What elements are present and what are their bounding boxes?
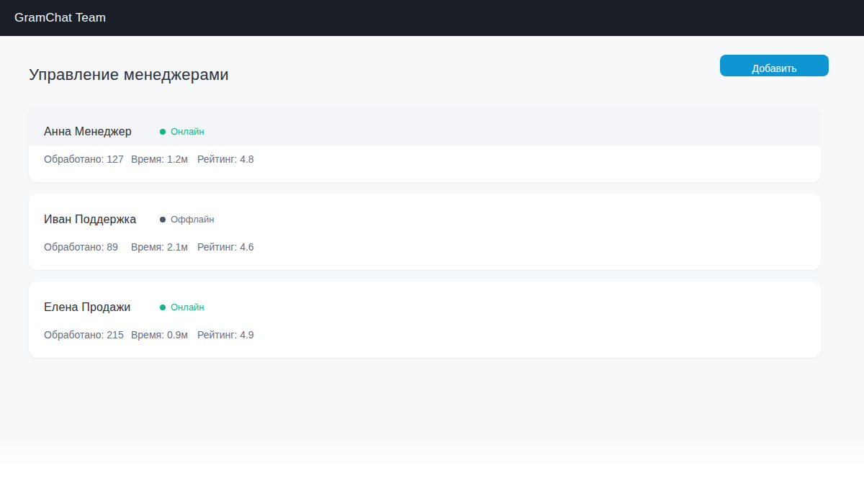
stat-rating: Рейтинг: 4.6 xyxy=(197,240,254,254)
page-header: Управление менеджерами Добавить xyxy=(0,36,864,105)
manager-card-header: Елена Продажи Онлайн xyxy=(29,282,821,322)
page: Управление менеджерами Добавить Анна Мен… xyxy=(0,36,864,504)
stat-time-value: 1.2м xyxy=(167,153,188,165)
stat-processed-label: Обработано: xyxy=(44,329,104,341)
stat-processed: Обработано: 215 xyxy=(44,328,131,342)
stat-rating-label: Рейтинг: xyxy=(197,329,237,341)
stat-rating: Рейтинг: 4.9 xyxy=(197,328,254,342)
manager-stats: Обработано: 89 Время: 2.1м Рейтинг: 4.6 xyxy=(29,234,821,270)
manager-stats: Обработано: 215 Время: 0.9м Рейтинг: 4.9 xyxy=(29,322,821,358)
status-badge: Онлайн xyxy=(160,302,204,313)
stat-time-label: Время: xyxy=(131,329,164,341)
stat-processed-value: 215 xyxy=(107,329,123,341)
status-label: Онлайн xyxy=(171,126,204,138)
stat-time-value: 2.1м xyxy=(167,241,188,253)
manager-card[interactable]: Иван Поддержка Оффлайн Обработано: 89 Вр… xyxy=(29,194,821,270)
stat-time: Время: 0.9м xyxy=(131,328,197,342)
stat-rating-value: 4.6 xyxy=(240,241,253,253)
manager-card-header: Анна Менеджер Онлайн xyxy=(29,106,821,146)
topbar: GramChat Team xyxy=(0,0,864,36)
stat-time-value: 0.9м xyxy=(167,329,188,341)
status-dot-icon xyxy=(160,217,166,222)
stat-processed-label: Обработано: xyxy=(44,241,104,253)
stat-time: Время: 2.1м xyxy=(131,240,197,254)
stat-rating: Рейтинг: 4.8 xyxy=(197,152,254,166)
stat-rating-value: 4.8 xyxy=(240,153,253,165)
manager-list: Анна Менеджер Онлайн Обработано: 127 Вре… xyxy=(0,106,864,358)
manager-name: Анна Менеджер xyxy=(44,125,160,139)
stat-processed: Обработано: 127 xyxy=(44,152,131,166)
status-dot-icon xyxy=(160,129,166,135)
status-badge: Онлайн xyxy=(160,126,204,138)
app-title: GramChat Team xyxy=(14,11,106,25)
stat-time-label: Время: xyxy=(131,153,164,165)
stat-rating-label: Рейтинг: xyxy=(197,241,237,253)
stat-time: Время: 1.2м xyxy=(131,152,197,166)
add-manager-button[interactable]: Добавить xyxy=(720,55,829,76)
stat-time-label: Время: xyxy=(131,241,164,253)
stat-processed: Обработано: 89 xyxy=(44,240,131,254)
stat-processed-value: 89 xyxy=(107,241,118,253)
manager-card[interactable]: Елена Продажи Онлайн Обработано: 215 Вре… xyxy=(29,282,821,358)
manager-stats: Обработано: 127 Время: 1.2м Рейтинг: 4.8 xyxy=(29,146,821,182)
stat-rating-value: 4.9 xyxy=(240,329,253,341)
status-dot-icon xyxy=(160,305,166,310)
manager-name: Иван Поддержка xyxy=(44,212,160,227)
status-badge: Оффлайн xyxy=(160,214,214,225)
stat-processed-label: Обработано: xyxy=(44,153,104,165)
page-title: Управление менеджерами xyxy=(29,65,229,85)
manager-card-header: Иван Поддержка Оффлайн xyxy=(29,194,821,234)
status-label: Оффлайн xyxy=(171,214,214,225)
manager-name: Елена Продажи xyxy=(44,300,160,315)
stat-rating-label: Рейтинг: xyxy=(197,153,237,165)
manager-card[interactable]: Анна Менеджер Онлайн Обработано: 127 Вре… xyxy=(29,106,821,182)
stat-processed-value: 127 xyxy=(107,153,123,165)
status-label: Онлайн xyxy=(171,302,204,313)
